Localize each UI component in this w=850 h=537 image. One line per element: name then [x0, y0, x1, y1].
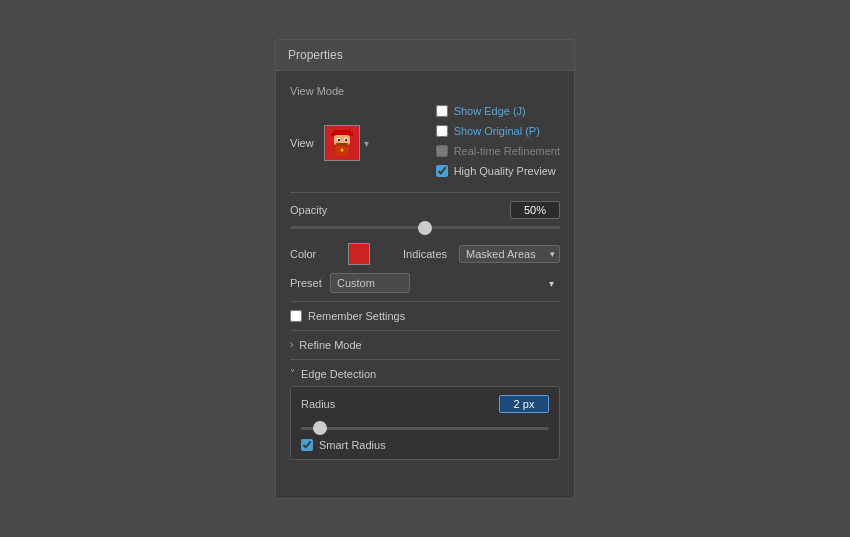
realtime-refinement-row: Real-time Refinement	[436, 145, 560, 157]
view-thumbnail[interactable]	[324, 125, 360, 161]
preset-select[interactable]: Custom Default Hair Landscape	[330, 273, 410, 293]
thumbnail-image	[328, 128, 356, 158]
realtime-refinement-checkbox	[436, 145, 448, 157]
masked-areas-wrapper: Masked Areas Selected Areas ▾	[459, 245, 560, 263]
color-swatch[interactable]	[348, 243, 370, 265]
high-quality-preview-checkbox[interactable]	[436, 165, 448, 177]
svg-point-9	[341, 149, 344, 152]
remember-settings-checkbox[interactable]	[290, 310, 302, 322]
view-mode-label: View Mode	[290, 85, 560, 97]
view-label: View	[290, 137, 320, 149]
svg-rect-7	[336, 143, 348, 145]
show-edge-row: Show Edge (J)	[436, 105, 560, 117]
opacity-input[interactable]	[510, 201, 560, 219]
view-dropdown-arrow[interactable]: ▾	[364, 138, 369, 149]
edge-slider-container	[301, 419, 549, 433]
preset-row: Preset Custom Default Hair Landscape	[290, 273, 560, 293]
panel-body: View Mode View	[276, 71, 574, 470]
svg-rect-5	[338, 139, 340, 141]
radius-input[interactable]	[499, 395, 549, 413]
smart-radius-label: Smart Radius	[319, 439, 386, 451]
masked-areas-select[interactable]: Masked Areas Selected Areas	[459, 245, 560, 263]
panel-title: Properties	[288, 48, 343, 62]
refine-mode-arrow-icon: ›	[290, 339, 293, 350]
smart-radius-checkbox[interactable]	[301, 439, 313, 451]
edge-detection-label: Edge Detection	[301, 368, 376, 380]
edge-detection-toggle[interactable]: ˅ Edge Detection	[290, 368, 560, 380]
high-quality-preview-row: High Quality Preview	[436, 165, 560, 177]
divider-1	[290, 192, 560, 193]
divider-4	[290, 359, 560, 360]
opacity-label: Opacity	[290, 204, 340, 216]
opacity-slider-container	[290, 221, 560, 235]
panel-header: Properties	[276, 40, 574, 71]
indicates-label: Indicates	[403, 248, 447, 260]
show-edge-checkbox[interactable]	[436, 105, 448, 117]
remember-settings-label: Remember Settings	[308, 310, 405, 322]
refine-mode-label: Refine Mode	[299, 339, 361, 351]
show-original-label: Show Original (P)	[454, 125, 540, 137]
color-indicator-row: Color Indicates Masked Areas Selected Ar…	[290, 243, 560, 265]
edge-detection-box: Radius Smart Radius	[290, 386, 560, 460]
svg-rect-6	[345, 139, 347, 141]
preset-wrapper: Custom Default Hair Landscape	[330, 273, 560, 293]
view-mode-section: View Mode View	[290, 85, 560, 182]
show-original-checkbox[interactable]	[436, 125, 448, 137]
remember-settings-row: Remember Settings	[290, 310, 560, 322]
color-label: Color	[290, 248, 340, 260]
divider-3	[290, 330, 560, 331]
opacity-slider[interactable]	[290, 226, 560, 229]
radius-slider[interactable]	[301, 427, 549, 430]
radius-row: Radius	[301, 395, 549, 413]
high-quality-preview-label: High Quality Preview	[454, 165, 556, 177]
radius-label: Radius	[301, 398, 351, 410]
show-original-row: Show Original (P)	[436, 125, 560, 137]
preset-label: Preset	[290, 277, 330, 289]
opacity-row: Opacity	[290, 201, 560, 219]
divider-2	[290, 301, 560, 302]
smart-radius-row: Smart Radius	[301, 439, 549, 451]
view-thumbnail-wrapper: View	[290, 125, 369, 161]
realtime-refinement-label: Real-time Refinement	[454, 145, 560, 157]
refine-mode-toggle[interactable]: › Refine Mode	[290, 339, 560, 351]
view-row: View	[290, 105, 560, 182]
properties-panel: Properties View Mode View	[275, 39, 575, 499]
edge-detection-arrow-icon: ˅	[290, 368, 295, 379]
show-edge-label: Show Edge (J)	[454, 105, 526, 117]
